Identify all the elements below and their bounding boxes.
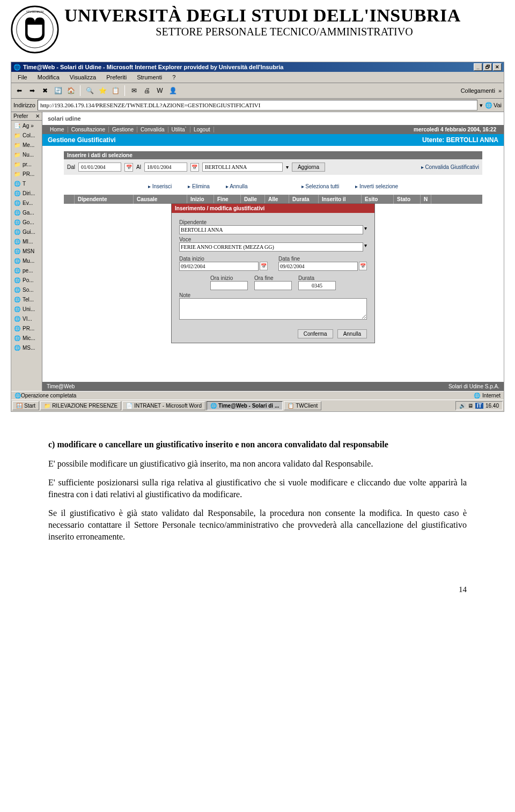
go-button[interactable]: 🌐Vai — [485, 102, 502, 109]
minimize-button[interactable]: _ — [474, 63, 482, 71]
app-utilita[interactable]: Utilita` — [168, 127, 190, 132]
calendar-icon[interactable]: 📅 — [190, 163, 199, 172]
menu-file[interactable]: File — [13, 73, 32, 82]
refresh-button[interactable]: 🔄 — [52, 85, 64, 97]
dropdown-icon[interactable]: ▾ — [364, 225, 367, 234]
favorite-item[interactable]: 📁Col... — [11, 130, 42, 140]
al-input[interactable] — [144, 163, 187, 172]
elimina-link[interactable]: Elimina — [188, 183, 210, 189]
address-dropdown-icon[interactable]: ▾ — [480, 102, 483, 109]
search-button[interactable]: 🔍 — [84, 85, 95, 97]
favorite-item[interactable]: 🌐So... — [11, 285, 42, 294]
annulla-link[interactable]: Annulla — [226, 183, 248, 189]
nome-select[interactable] — [202, 163, 283, 172]
col-inizio[interactable]: Inizio — [187, 195, 214, 204]
col-dipendente[interactable]: Dipendente — [75, 195, 134, 204]
menu-strumenti[interactable]: Strumenti — [133, 73, 166, 82]
menu-help[interactable]: ? — [168, 73, 180, 82]
mail-button[interactable]: ✉ — [128, 85, 140, 97]
data-inizio-input[interactable] — [179, 262, 259, 271]
annulla-button[interactable]: Annulla — [337, 329, 367, 338]
favorite-item[interactable]: 🌐Mu... — [11, 256, 42, 265]
favorite-item[interactable]: 📁Nu... — [11, 150, 42, 159]
voce-input[interactable] — [179, 242, 363, 252]
favorite-item[interactable]: 🌐Mic... — [11, 333, 42, 343]
ora-inizio-input[interactable] — [210, 281, 248, 290]
back-button[interactable]: ⬅ — [13, 85, 25, 97]
dip-input[interactable] — [179, 225, 363, 234]
close-button[interactable]: ✕ — [493, 63, 502, 71]
links-chevron-icon[interactable]: » — [498, 87, 502, 94]
favorite-item[interactable]: 🌐T — [11, 179, 42, 188]
forward-button[interactable]: ➡ — [26, 85, 38, 97]
dal-input[interactable] — [78, 163, 121, 172]
menu-modifica[interactable]: Modifica — [33, 73, 64, 82]
app-consultazione[interactable]: Consultazione — [68, 127, 109, 132]
inverti-link[interactable]: Inverti selezione — [355, 183, 398, 189]
favorite-item[interactable]: 🌐Go... — [11, 217, 42, 227]
favorite-item[interactable]: 🌐MSN — [11, 246, 42, 256]
lang-indicator[interactable]: IT — [475, 403, 483, 409]
col-fine[interactable]: Fine — [214, 195, 241, 204]
app-gestione[interactable]: Gestione — [109, 127, 137, 132]
favorite-item[interactable]: 🌐Ev... — [11, 198, 42, 208]
col-dalle[interactable]: Dalle — [241, 195, 265, 204]
favorite-item[interactable]: 🌐Po... — [11, 275, 42, 285]
stop-button[interactable]: ✖ — [39, 85, 51, 97]
favorites-button[interactable]: ⭐ — [97, 85, 108, 97]
col-durata[interactable]: Durata — [289, 195, 319, 204]
favorite-item[interactable]: 📁Me... — [11, 140, 42, 150]
favorite-item[interactable]: 🌐PR... — [11, 323, 42, 333]
favorite-item[interactable]: 🌐MS... — [11, 343, 42, 352]
word-button[interactable]: W — [154, 85, 166, 97]
favorite-item[interactable]: 🌐Uni... — [11, 304, 42, 314]
messenger-button[interactable]: 👤 — [167, 85, 179, 97]
tray-network-icon[interactable]: 🖥 — [468, 403, 473, 409]
col-esito[interactable]: Esito — [362, 195, 394, 204]
inserisci-link[interactable]: Inserisci — [148, 183, 172, 189]
home-button[interactable]: 🏠 — [65, 85, 77, 97]
maximize-button[interactable]: 🗗 — [483, 63, 492, 71]
menu-preferiti[interactable]: Preferiti — [102, 73, 131, 82]
favorite-item[interactable]: 🌐Ga... — [11, 208, 42, 217]
start-button[interactable]: 🪟Start — [12, 401, 39, 410]
calendar-icon[interactable]: 📅 — [359, 262, 367, 270]
convalida-link[interactable]: Convalida Giustificativi — [421, 164, 479, 170]
print-button[interactable]: 🖨 — [141, 85, 153, 97]
address-input[interactable] — [38, 100, 477, 110]
ora-fine-input[interactable] — [254, 281, 292, 290]
tray-sound-icon[interactable]: 🔊 — [459, 403, 466, 409]
favorite-item[interactable]: 🌐Diri... — [11, 188, 42, 198]
note-textarea[interactable] — [179, 298, 367, 320]
task-intranet[interactable]: 📄INTRANET - Microsoft Word — [122, 401, 205, 410]
app-convalida[interactable]: Convalida — [137, 127, 168, 132]
favorite-item[interactable]: 🌐MI... — [11, 237, 42, 246]
prefer-close-icon[interactable]: ✕ — [35, 113, 40, 119]
favorite-item[interactable]: 📁PR... — [11, 169, 42, 179]
aggiorna-button[interactable]: Aggiorna — [292, 163, 325, 172]
favorite-item[interactable]: 🌐Gui... — [11, 227, 42, 237]
task-timeweb[interactable]: 🌐Time@Web - Solari di ... — [207, 401, 283, 410]
history-button[interactable]: 📋 — [109, 85, 121, 97]
favorite-item[interactable]: 🌐pe... — [11, 265, 42, 275]
col-n[interactable]: N — [421, 195, 431, 204]
calendar-icon[interactable]: 📅 — [260, 262, 268, 270]
favorite-item[interactable]: 🌐Tel... — [11, 294, 42, 304]
task-presenze[interactable]: 📁RILEVAZIONE PRESENZE — [40, 401, 121, 410]
durata-input[interactable] — [298, 281, 336, 290]
calendar-icon[interactable]: 📅 — [124, 163, 133, 172]
col-causale[interactable]: Causale — [134, 195, 187, 204]
favorite-item[interactable]: 📁pr... — [11, 159, 42, 169]
col-alle[interactable]: Alle — [265, 195, 289, 204]
col-stato[interactable]: Stato — [394, 195, 421, 204]
app-home[interactable]: Home — [47, 127, 68, 132]
seleziona-tutti-link[interactable]: Seleziona tutti — [301, 183, 340, 189]
task-twclient[interactable]: 📋TWClient — [284, 401, 321, 410]
menu-visualizza[interactable]: Visualizza — [65, 73, 100, 82]
col-inserito[interactable]: Inserito il — [319, 195, 362, 204]
conferma-button[interactable]: Conferma — [298, 329, 333, 338]
links-label[interactable]: Collegamenti — [461, 87, 497, 94]
dropdown-icon[interactable]: ▾ — [286, 164, 289, 170]
app-logout[interactable]: Logout — [190, 127, 214, 132]
dropdown-icon[interactable]: ▾ — [364, 242, 367, 252]
